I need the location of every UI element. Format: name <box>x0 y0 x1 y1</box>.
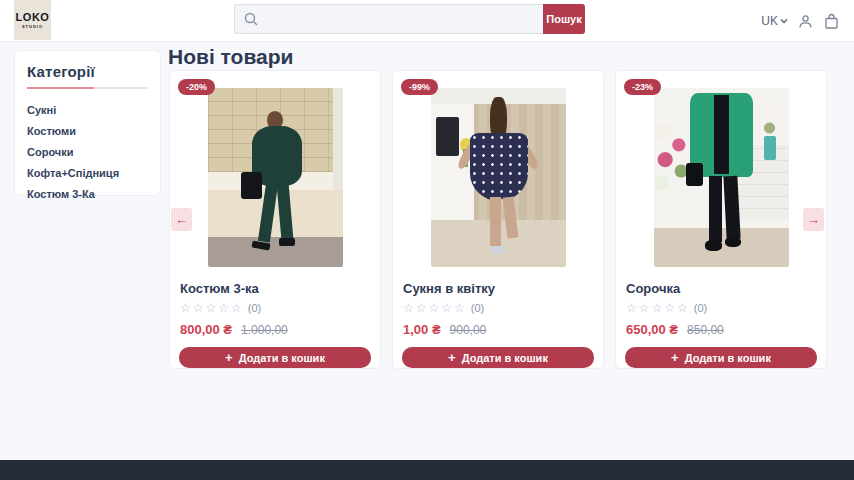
add-to-cart-button[interactable]: + Додати в кошик <box>402 347 594 368</box>
photo-figure-leg <box>277 182 294 240</box>
photo-shoe <box>725 237 741 248</box>
rating: ☆ ☆ ☆ ☆ ☆ (0) <box>403 302 593 314</box>
categories-panel: Категорії Сукні Костюми Сорочки Кофта+Сп… <box>14 50 161 196</box>
star-icon: ☆ <box>429 302 440 314</box>
photo-figure-dress <box>470 133 528 201</box>
account-icon[interactable] <box>797 13 814 30</box>
chevron-down-icon <box>780 17 788 25</box>
price: 800,00 ₴ <box>180 322 232 337</box>
arrow-right-icon: → <box>807 212 820 227</box>
sidebar-item-suit-3[interactable]: Костюм 3-Ка <box>27 183 148 204</box>
categories-title: Категорії <box>27 63 148 80</box>
discount-badge: -23% <box>624 79 661 95</box>
star-icon: ☆ <box>664 302 675 314</box>
product-name[interactable]: Сукня в квітку <box>403 281 593 296</box>
search-bar: Пошук <box>234 4 585 34</box>
language-label: UK <box>761 14 778 28</box>
star-icon: ☆ <box>231 302 242 314</box>
search-input-wrap <box>234 4 543 34</box>
rating: ☆ ☆ ☆ ☆ ☆ (0) <box>180 302 370 314</box>
plus-icon: + <box>225 351 233 364</box>
rating-count: (0) <box>694 302 707 314</box>
photo-figure-leg <box>709 176 723 242</box>
photo-figure-leg <box>723 175 740 238</box>
price: 1,00 ₴ <box>403 322 441 337</box>
star-icon: ☆ <box>180 302 191 314</box>
star-icon: ☆ <box>441 302 452 314</box>
product-image[interactable] <box>208 88 343 267</box>
page-title: Нові товари <box>168 45 293 69</box>
star-icon: ☆ <box>218 302 229 314</box>
add-to-cart-label: Додати в кошик <box>462 352 548 364</box>
cart-icon[interactable] <box>823 13 840 30</box>
plus-icon: + <box>671 351 679 364</box>
product-card: -99% Сукня в квітку ☆ ☆ ☆ <box>392 70 604 369</box>
language-selector[interactable]: UK <box>761 14 788 28</box>
add-to-cart-label: Додати в кошик <box>685 352 771 364</box>
product-name[interactable]: Костюм 3-ка <box>180 281 370 296</box>
product-name[interactable]: Сорочка <box>626 281 816 296</box>
photo-shoe <box>491 246 505 255</box>
star-icon: ☆ <box>652 302 663 314</box>
photo-tv <box>436 117 459 156</box>
add-to-cart-label: Додати в кошик <box>239 352 325 364</box>
photo-figure-leg <box>502 197 518 239</box>
star-icon: ☆ <box>677 302 688 314</box>
product-carousel: ← → -20% Костюм 3-ка <box>169 70 827 369</box>
star-icon: ☆ <box>416 302 427 314</box>
photo-figure-top <box>714 95 729 174</box>
price-row: 800,00 ₴ 1.000,00 <box>180 322 370 337</box>
header-actions: UK <box>761 0 840 42</box>
rating-count: (0) <box>471 302 484 314</box>
star-icon: ☆ <box>403 302 414 314</box>
sidebar-item-top-skirt[interactable]: Кофта+Спідниця <box>27 162 148 183</box>
product-image[interactable] <box>654 88 789 267</box>
rating-count: (0) <box>248 302 261 314</box>
star-icon: ☆ <box>639 302 650 314</box>
product-image[interactable] <box>431 88 566 267</box>
discount-badge: -99% <box>401 79 438 95</box>
sidebar-item-shirts[interactable]: Сорочки <box>27 141 148 162</box>
categories-underline <box>27 87 148 89</box>
footer <box>0 460 854 480</box>
sidebar-item-suits[interactable]: Костюми <box>27 120 148 141</box>
star-icon: ☆ <box>626 302 637 314</box>
product-card: -23% Сорочка ☆ ☆ ☆ <box>615 70 827 369</box>
price-row: 650,00 ₴ 850,00 <box>626 322 816 337</box>
content: Категорії Сукні Костюми Сорочки Кофта+Сп… <box>0 42 854 460</box>
product-card: -20% Костюм 3-ка ☆ ☆ ☆ ☆ ☆ <box>169 70 381 369</box>
price: 650,00 ₴ <box>626 322 678 337</box>
logo-title: LOKO <box>16 11 50 23</box>
photo-flowers <box>654 117 695 199</box>
logo[interactable]: LOKO STUDIO <box>14 0 51 40</box>
photo-column <box>333 88 342 190</box>
star-icon: ☆ <box>454 302 465 314</box>
discount-badge: -20% <box>178 79 215 95</box>
old-price: 850,00 <box>687 323 724 337</box>
header: LOKO STUDIO Пошук UK <box>0 0 854 42</box>
add-to-cart-button[interactable]: + Додати в кошик <box>179 347 371 368</box>
categories-list: Сукні Костюми Сорочки Кофта+Спідниця Кос… <box>27 99 148 204</box>
plus-icon: + <box>448 351 456 364</box>
add-to-cart-button[interactable]: + Додати в кошик <box>625 347 817 368</box>
photo-handbag <box>241 172 261 199</box>
page: LOKO STUDIO Пошук UK <box>0 0 854 480</box>
arrow-left-icon: ← <box>175 212 188 227</box>
search-icon <box>243 11 259 27</box>
search-button[interactable]: Пошук <box>543 4 585 34</box>
photo-figure-leg <box>490 197 501 245</box>
photo-shoe <box>279 238 295 245</box>
photo-shoe <box>705 240 723 251</box>
old-price: 1.000,00 <box>241 323 288 337</box>
carousel-next-button[interactable]: → <box>803 208 824 231</box>
search-input[interactable] <box>234 4 543 34</box>
logo-subtitle: STUDIO <box>22 24 43 29</box>
star-icon: ☆ <box>193 302 204 314</box>
photo-vase <box>764 136 776 159</box>
sidebar-item-dresses[interactable]: Сукні <box>27 99 148 120</box>
carousel-prev-button[interactable]: ← <box>171 208 192 231</box>
rating: ☆ ☆ ☆ ☆ ☆ (0) <box>626 302 816 314</box>
old-price: 900,00 <box>450 323 487 337</box>
photo-handbag <box>686 163 704 186</box>
star-icon: ☆ <box>206 302 217 314</box>
